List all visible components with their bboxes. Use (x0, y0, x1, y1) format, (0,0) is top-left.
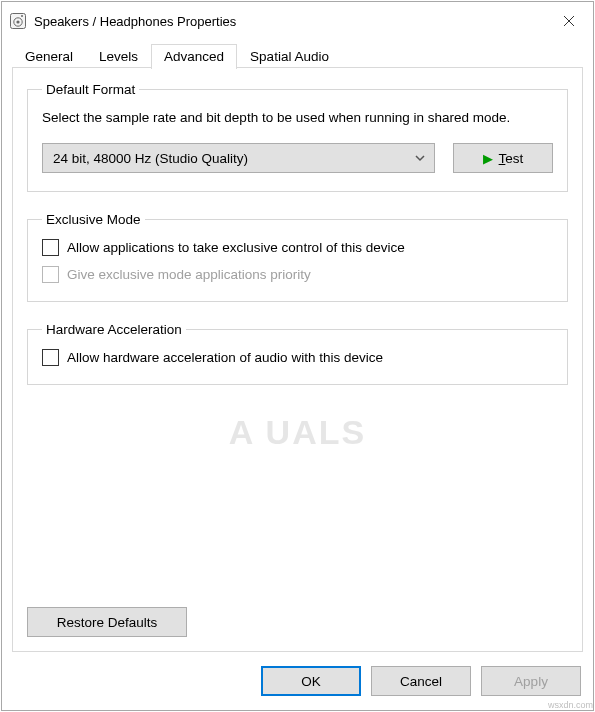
hardware-accel-checkbox[interactable] (42, 349, 59, 366)
exclusive-priority-checkbox (42, 266, 59, 283)
window-title: Speakers / Headphones Properties (34, 14, 545, 29)
default-format-description: Select the sample rate and bit depth to … (42, 109, 553, 127)
tab-spatial-audio[interactable]: Spatial Audio (237, 44, 342, 69)
speaker-icon (8, 11, 28, 31)
exclusive-mode-group: Exclusive Mode Allow applications to tak… (27, 212, 568, 302)
tab-content: A UALS Default Format Select the sample … (12, 68, 583, 652)
play-icon: ▶ (483, 151, 493, 166)
svg-point-3 (21, 15, 23, 17)
ok-button[interactable]: OK (261, 666, 361, 696)
image-credit: wsxdn.com (548, 700, 593, 710)
close-icon (563, 15, 575, 27)
tab-general[interactable]: General (12, 44, 86, 69)
test-button[interactable]: ▶ Test (453, 143, 553, 173)
tab-advanced[interactable]: Advanced (151, 44, 237, 69)
sample-rate-selected: 24 bit, 48000 Hz (Studio Quality) (53, 151, 248, 166)
sample-rate-combobox[interactable]: 24 bit, 48000 Hz (Studio Quality) (42, 143, 435, 173)
default-format-legend: Default Format (42, 82, 139, 97)
cancel-button[interactable]: Cancel (371, 666, 471, 696)
close-button[interactable] (545, 2, 593, 40)
apply-button: Apply (481, 666, 581, 696)
dialog-footer: OK Cancel Apply (2, 652, 593, 710)
chevron-down-icon (414, 152, 426, 164)
tab-levels[interactable]: Levels (86, 44, 151, 69)
allow-exclusive-label: Allow applications to take exclusive con… (67, 240, 405, 255)
hardware-accel-legend: Hardware Acceleration (42, 322, 186, 337)
svg-point-2 (16, 20, 19, 23)
tab-strip: General Levels Advanced Spatial Audio (2, 40, 593, 68)
properties-window: Speakers / Headphones Properties General… (1, 1, 594, 711)
hardware-accel-group: Hardware Acceleration Allow hardware acc… (27, 322, 568, 385)
allow-exclusive-checkbox[interactable] (42, 239, 59, 256)
exclusive-mode-legend: Exclusive Mode (42, 212, 145, 227)
restore-defaults-button[interactable]: Restore Defaults (27, 607, 187, 637)
titlebar: Speakers / Headphones Properties (2, 2, 593, 40)
default-format-group: Default Format Select the sample rate an… (27, 82, 568, 192)
hardware-accel-label: Allow hardware acceleration of audio wit… (67, 350, 383, 365)
exclusive-priority-label: Give exclusive mode applications priorit… (67, 267, 311, 282)
test-button-label: Test (499, 151, 524, 166)
